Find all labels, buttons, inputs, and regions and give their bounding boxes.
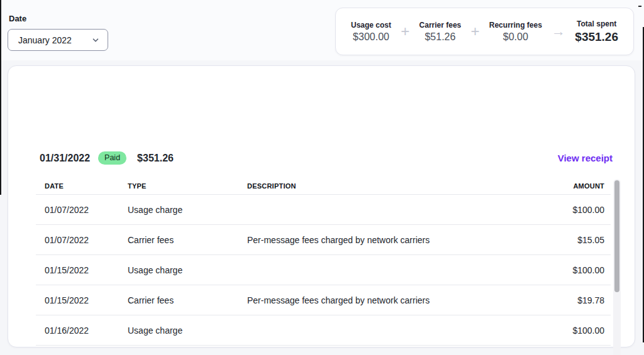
stat-recurring-fees: Recurring fees $0.00	[489, 21, 542, 43]
table-row: 01/07/2022 Usage charge $100.00	[36, 195, 611, 225]
cell-amount: $15.05	[535, 235, 604, 245]
column-header-description: DESCRIPTION	[247, 182, 535, 190]
screen-edge-artifact-dash	[638, 6, 641, 7]
cell-type: Usage charge	[128, 265, 247, 275]
table-header-row: DATE TYPE DESCRIPTION AMOUNT	[36, 178, 611, 195]
table-scrollbar-thumb[interactable]	[614, 180, 619, 292]
table-row: 01/16/2022 Usage charge $100.00	[36, 315, 611, 346]
date-select-dropdown[interactable]: January 2022	[8, 29, 108, 51]
stat-usage-cost-value: $300.00	[351, 31, 391, 43]
cell-date: 01/16/2022	[45, 325, 128, 336]
stat-total-spent-label: Total spent	[575, 19, 618, 28]
invoice-total: $351.26	[137, 153, 174, 164]
cell-type: Usage charge	[128, 205, 247, 215]
cell-description: Per-message fees charged by network carr…	[247, 235, 535, 245]
charges-table: DATE TYPE DESCRIPTION AMOUNT 01/07/2022 …	[36, 178, 622, 355]
table-row: 01/07/2022 Carrier fees Per-message fees…	[36, 225, 611, 255]
cell-date: 01/15/2022	[45, 265, 128, 275]
column-header-amount: AMOUNT	[535, 182, 604, 190]
column-header-date: DATE	[45, 182, 128, 190]
date-select-value: January 2022	[18, 35, 72, 45]
stat-usage-cost: Usage cost $300.00	[351, 21, 391, 43]
table-row: 01/15/2022 Carrier fees Per-message fees…	[36, 285, 611, 315]
stat-carrier-fees: Carrier fees $51.26	[419, 21, 462, 43]
chevron-down-icon	[92, 37, 99, 43]
table-row: 01/16/2022 Carrier fees Per-message fees…	[36, 346, 611, 355]
stat-recurring-fees-label: Recurring fees	[489, 21, 542, 30]
screen-edge-artifact-left	[0, 0, 1, 195]
arrow-right-icon: →	[549, 25, 568, 38]
invoice-card: 01/31/2022 Paid $351.26 View receipt DAT…	[8, 65, 635, 347]
cell-amount: $100.00	[535, 205, 604, 215]
invoice-date: 01/31/2022	[40, 153, 90, 164]
cell-date: 01/07/2022	[45, 205, 128, 215]
cell-date: 01/07/2022	[45, 235, 128, 245]
invoice-header: 01/31/2022 Paid $351.26 View receipt	[40, 151, 613, 165]
stat-recurring-fees-value: $0.00	[489, 31, 542, 43]
stat-total-spent: Total spent $351.26	[575, 19, 618, 44]
view-receipt-link[interactable]: View receipt	[558, 153, 613, 163]
cell-date: 01/15/2022	[45, 295, 128, 305]
cost-summary-card: Usage cost $300.00 + Carrier fees $51.26…	[335, 8, 634, 55]
cell-amount: $19.78	[535, 295, 604, 305]
date-filter-label: Date	[9, 14, 26, 23]
cell-amount: $100.00	[535, 265, 604, 275]
column-header-type: TYPE	[128, 182, 247, 190]
stat-total-spent-value: $351.26	[575, 30, 618, 44]
cell-type: Carrier fees	[128, 295, 247, 305]
table-row: 01/15/2022 Usage charge $100.00	[36, 255, 611, 285]
table-scrollbar-track[interactable]	[613, 179, 621, 355]
status-badge: Paid	[98, 151, 126, 165]
cell-type: Usage charge	[128, 325, 247, 336]
stat-usage-cost-label: Usage cost	[351, 21, 391, 30]
plus-icon: +	[398, 24, 412, 39]
plus-icon: +	[469, 24, 482, 39]
stat-carrier-fees-value: $51.26	[419, 31, 462, 43]
billing-page: Date January 2022 Usage cost $300.00 + C…	[0, 0, 644, 355]
stat-carrier-fees-label: Carrier fees	[419, 21, 462, 30]
cell-description: Per-message fees charged by network carr…	[247, 295, 535, 305]
cell-type: Carrier fees	[128, 235, 247, 245]
cell-amount: $100.00	[535, 325, 604, 336]
